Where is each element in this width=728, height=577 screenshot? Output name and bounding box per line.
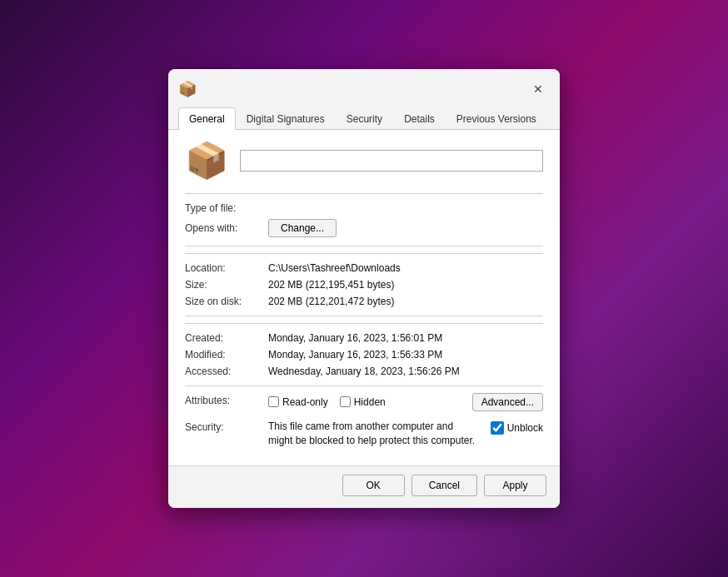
title-bar: 📦 ✕: [168, 69, 560, 101]
type-row: Type of file:: [185, 202, 543, 214]
unblock-checkbox[interactable]: [491, 421, 504, 435]
hidden-checkbox-label[interactable]: Hidden: [340, 396, 386, 408]
security-content: This file came from another computer and…: [268, 420, 543, 448]
created-label: Created:: [185, 332, 268, 344]
attributes-label: Attributes:: [185, 393, 268, 406]
cancel-button[interactable]: Cancel: [411, 475, 477, 496]
dates-section: Created: Monday, January 16, 2023, 1:56:…: [185, 323, 543, 377]
modified-label: Modified:: [185, 349, 268, 361]
location-label: Location:: [185, 262, 268, 274]
readonly-checkbox[interactable]: [268, 396, 279, 407]
location-section: Location: C:\Users\Tashreef\Downloads Si…: [185, 253, 543, 307]
divider-1: [185, 246, 543, 246]
dialog-footer: OK Cancel Apply: [168, 465, 560, 508]
size-value: 202 MB (212,195,451 bytes): [268, 279, 543, 291]
size-row: Size: 202 MB (212,195,451 bytes): [185, 279, 543, 291]
modified-value: Monday, January 16, 2023, 1:56:33 PM: [268, 349, 543, 361]
size-label: Size:: [185, 279, 268, 291]
tab-bar: General Digital Signatures Security Deta…: [168, 101, 560, 130]
created-value: Monday, January 16, 2023, 1:56:01 PM: [268, 332, 543, 344]
file-icon: 📦: [185, 143, 228, 178]
location-row: Location: C:\Users\Tashreef\Downloads: [185, 262, 543, 274]
change-button[interactable]: Change...: [268, 219, 337, 237]
type-section: Type of file: Opens with: Change...: [185, 193, 543, 237]
created-row: Created: Monday, January 16, 2023, 1:56:…: [185, 332, 543, 344]
tab-general[interactable]: General: [178, 107, 236, 130]
opens-with-row: Opens with: Change...: [185, 219, 543, 237]
apply-button[interactable]: Apply: [484, 475, 546, 496]
attributes-controls: Read-only Hidden Advanced...: [268, 393, 543, 411]
ok-button[interactable]: OK: [342, 475, 405, 496]
tab-previous-versions[interactable]: Previous Versions: [446, 107, 547, 130]
tab-content: 📦 Type of file: Opens with: Change... Lo…: [168, 130, 560, 466]
hidden-checkbox[interactable]: [340, 396, 351, 407]
accessed-value: Wednesday, January 18, 2023, 1:56:26 PM: [268, 366, 543, 377]
modified-row: Modified: Monday, January 16, 2023, 1:56…: [185, 349, 543, 361]
properties-dialog: 📦 ✕ General Digital Signatures Security …: [168, 69, 560, 509]
size-on-disk-row: Size on disk: 202 MB (212,201,472 bytes): [185, 296, 543, 307]
security-label: Security:: [185, 420, 268, 433]
divider-2: [185, 316, 543, 316]
tab-security[interactable]: Security: [336, 107, 393, 130]
tab-details[interactable]: Details: [393, 107, 446, 130]
location-value: C:\Users\Tashreef\Downloads: [268, 262, 543, 274]
title-bar-icon: 📦: [178, 80, 197, 98]
unblock-label-text: Unblock: [507, 422, 543, 434]
security-text: This file came from another computer and…: [268, 420, 481, 448]
readonly-label: Read-only: [282, 396, 328, 408]
tab-digital-signatures[interactable]: Digital Signatures: [236, 107, 336, 130]
type-label: Type of file:: [185, 202, 268, 214]
advanced-button[interactable]: Advanced...: [472, 393, 543, 411]
accessed-row: Accessed: Wednesday, January 18, 2023, 1…: [185, 366, 543, 377]
security-row: Security: This file came from another co…: [185, 420, 543, 448]
file-name-input[interactable]: [240, 150, 543, 172]
opens-with-label: Opens with:: [185, 222, 268, 234]
accessed-label: Accessed:: [185, 366, 268, 377]
divider-3: [185, 385, 543, 386]
title-bar-left: 📦: [178, 80, 197, 98]
readonly-checkbox-label[interactable]: Read-only: [268, 396, 328, 408]
hidden-label: Hidden: [354, 396, 386, 408]
attributes-row: Attributes: Read-only Hidden Advanced...: [185, 393, 543, 411]
close-button[interactable]: ✕: [526, 77, 550, 101]
file-header: 📦: [185, 143, 543, 178]
size-on-disk-value: 202 MB (212,201,472 bytes): [268, 296, 543, 307]
unblock-checkbox-label[interactable]: Unblock: [491, 420, 543, 435]
size-on-disk-label: Size on disk:: [185, 296, 268, 307]
